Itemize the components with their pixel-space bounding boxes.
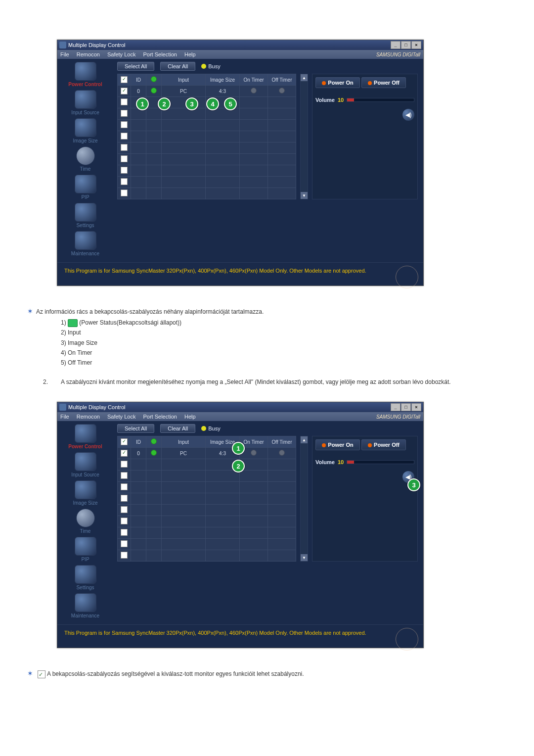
callout-1: 1 [136,97,149,110]
table-row[interactable] [118,471,296,482]
table-row[interactable] [118,527,296,539]
sidebar-item-input-source[interactable]: Input Source [59,90,111,115]
col-status[interactable] [146,74,162,86]
select-all-button[interactable]: Select All [117,424,154,433]
scroll-down-icon[interactable]: ▼ [301,192,308,199]
row-status [146,86,162,97]
col-input[interactable]: Input [162,436,206,448]
sidebar-item-settings[interactable]: Settings [59,203,111,228]
col-id[interactable]: ID [131,74,146,86]
sidebar-item-pip[interactable]: PIP [59,537,111,562]
close-button[interactable]: × [411,41,421,49]
clear-all-button[interactable]: Clear All [160,424,195,433]
scroll-down-icon[interactable]: ▼ [301,554,308,561]
row-check[interactable] [118,86,131,97]
col-status[interactable] [146,436,162,448]
close-button[interactable]: × [411,403,421,411]
power-off-button[interactable]: Power Off [361,77,406,88]
menu-port-selection[interactable]: Port Selection [143,51,177,57]
menu-remocon[interactable]: Remocon [77,414,100,420]
col-input[interactable]: Input [162,74,206,86]
table-row[interactable] [118,120,296,131]
menu-safety-lock[interactable]: Safety Lock [107,51,135,57]
table-row[interactable]: 0 PC 4:3 [118,86,296,97]
col-off-timer[interactable]: Off Timer [268,436,296,448]
col-image-size[interactable]: Image Size [206,74,240,86]
doc-l2: 2) Input [61,328,507,337]
footer-text: This Program is for Samsung SyncMaster 3… [64,268,366,274]
table-row[interactable] [118,482,296,493]
sidebar-item-image-size[interactable]: Image Size [59,118,111,143]
window-title: Multiple Display Control [68,42,126,48]
sidebar-item-maintenance[interactable]: Maintenance [59,231,111,256]
scroll-up-icon[interactable]: ▲ [301,74,308,81]
busy-dot-icon [201,64,206,69]
pip-icon [75,537,96,556]
menu-remocon[interactable]: Remocon [77,51,100,57]
sidebar-item-input-source[interactable]: Input Source [59,452,111,477]
table-row[interactable] [118,154,296,165]
table-row[interactable]: 0 PC 4:3 [118,448,296,459]
minimize-button[interactable]: _ [391,41,400,49]
doc-intro: Az információs rács a bekapcsolás-szabál… [36,308,264,315]
grid-scrollbar[interactable]: ▲ ▼ [300,74,308,199]
table-row[interactable] [118,493,296,505]
table-row[interactable] [118,516,296,527]
sidebar-item-maintenance[interactable]: Maintenance [59,593,111,618]
select-all-button[interactable]: Select All [117,62,154,71]
doc-l4: 4) On Timer [61,348,507,358]
sidebar-item-power-control[interactable]: Power Control [59,424,111,449]
col-check[interactable] [118,74,131,86]
col-id[interactable]: ID [131,436,146,448]
sidebar-item-image-size[interactable]: Image Size [59,480,111,506]
main-area: Select All Clear All Busy ID Input [113,421,423,624]
grid-scrollbar[interactable]: ▲ ▼ [300,436,308,562]
menu-safety-lock[interactable]: Safety Lock [107,414,135,420]
busy-indicator: Busy [201,63,220,69]
minimize-button[interactable]: _ [391,403,400,411]
menu-bar: File Remocon Safety Lock Port Selection … [57,412,423,421]
control-panel: Power On Power Off Volume 10 ◀) [312,436,418,562]
sidebar-item-time[interactable]: Time [59,146,111,172]
row-check[interactable] [118,448,131,459]
table-row[interactable] [118,188,296,199]
brand-label: SAMSUNG DIGITall [376,52,420,57]
scroll-track[interactable] [301,81,308,192]
col-check[interactable] [118,436,131,448]
scroll-track[interactable] [301,443,308,554]
sidebar-item-settings[interactable]: Settings [59,565,111,590]
sidebar-label: Image Size [73,500,97,506]
sidebar-item-pip[interactable]: PIP [59,175,111,200]
volume-slider[interactable] [347,98,414,102]
sidebar-item-time[interactable]: Time [59,509,111,534]
scroll-up-icon[interactable]: ▲ [301,436,308,443]
power-on-button[interactable]: Power On [315,439,360,450]
table-row[interactable] [118,177,296,188]
menu-file[interactable]: File [60,414,69,420]
table-row[interactable] [118,459,296,471]
col-on-timer[interactable]: On Timer [240,74,268,86]
table-row[interactable] [118,142,296,154]
maintenance-icon [75,231,96,250]
menu-port-selection[interactable]: Port Selection [143,414,177,420]
clear-all-button[interactable]: Clear All [160,62,195,71]
power-on-button[interactable]: Power On [315,77,360,88]
col-off-timer[interactable]: Off Timer [268,74,296,86]
table-row[interactable] [118,505,296,516]
power-off-button[interactable]: Power Off [361,439,406,450]
table-row[interactable] [118,165,296,177]
power-status-icon [68,319,78,327]
menu-help[interactable]: Help [184,51,196,57]
menu-help[interactable]: Help [184,414,196,420]
table-row[interactable] [118,550,296,562]
doc-section-2: ✶ A bekapcsolás-szabályozás segítségével… [27,668,507,680]
sidebar-item-power-control[interactable]: Power Control [59,62,111,87]
volume-slider[interactable] [347,460,414,464]
maximize-button[interactable]: □ [401,41,411,49]
table-row[interactable] [118,539,296,550]
sidebar: Power Control Input Source Image Size Ti… [57,421,113,624]
speaker-icon[interactable]: ◀) [402,109,414,121]
table-row[interactable] [118,131,296,142]
menu-file[interactable]: File [60,51,69,57]
maximize-button[interactable]: □ [401,403,411,411]
